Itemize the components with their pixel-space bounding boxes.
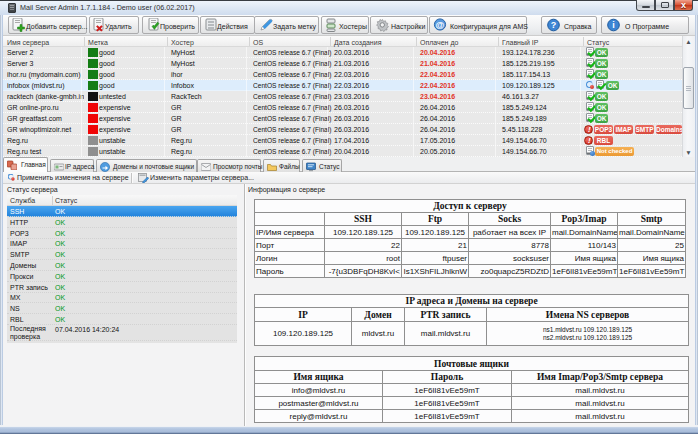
svg-text:@: @	[436, 20, 445, 30]
svg-text:?: ?	[551, 20, 557, 30]
svg-text:i: i	[612, 20, 615, 30]
